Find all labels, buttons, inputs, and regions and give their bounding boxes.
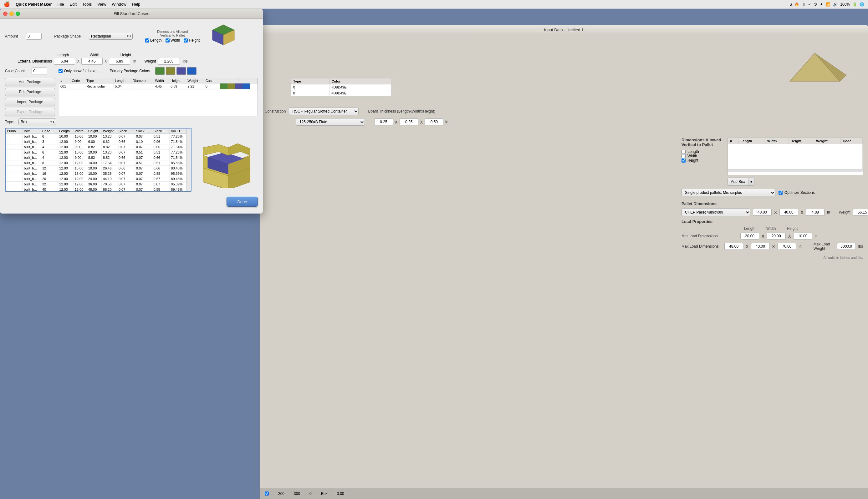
close-button[interactable]: [3, 12, 8, 16]
pallet-dims-row: CHEP Pallet 48inx40in X X in Weight lbs: [681, 208, 863, 216]
table-row[interactable]: built_b...1212.0016.0010.0026.460.660.07…: [5, 166, 187, 171]
length-check-label: Length: [688, 149, 699, 154]
length-dim-checkbox[interactable]: [145, 38, 149, 42]
minimize-button[interactable]: [9, 12, 14, 16]
pallet-width-input[interactable]: [780, 209, 798, 216]
ext-dims-label: External Dimensions: [5, 59, 52, 63]
bottom-col5: 0.00: [337, 491, 344, 496]
results-table-wrap: Prima... Box Case ... Length Width Heigh…: [5, 128, 191, 192]
weight-label: Weight: [144, 59, 156, 63]
pallet-select[interactable]: CHEP Pallet 48inx40in: [681, 208, 750, 216]
length-col-header: Length: [52, 53, 74, 57]
height-dim-checkbox[interactable]: [184, 38, 188, 42]
svg-marker-12: [203, 144, 228, 155]
bg-window-content: Type Color 0#D9D49E 0#D9D49E Constructio…: [260, 35, 868, 133]
table-row[interactable]: built_b...412.009.008.828.820.070.070.66…: [5, 144, 187, 150]
optimize-checkbox[interactable]: [778, 191, 783, 195]
traffic-lights: [3, 12, 20, 16]
min-height-input[interactable]: [793, 233, 812, 240]
table-row[interactable]: built_b...412.009.008.828.820.660.070.66…: [5, 155, 187, 160]
color-swatch-3[interactable]: [177, 67, 186, 75]
table-row[interactable]: built_b...3212.0012.0036.0070.560.070.07…: [5, 182, 187, 187]
max-height-input[interactable]: [777, 243, 796, 250]
table-row[interactable]: 001 Rectangular 5.04 4.45 6.89 2.21 0: [59, 84, 258, 89]
load-props-title: Load Properties: [681, 219, 863, 224]
apple-menu[interactable]: 🍎: [4, 1, 10, 7]
width-col-header: Width: [83, 53, 106, 57]
ext-height-input[interactable]: [109, 58, 130, 65]
menu-help[interactable]: Help: [132, 2, 141, 7]
only-full-boxes-checkbox[interactable]: [59, 69, 62, 73]
bottom-bar: 200 300 0 Box 0.00: [260, 488, 868, 499]
edit-package-button[interactable]: Edit Package: [5, 88, 55, 96]
height-checkbox[interactable]: [681, 159, 686, 162]
height-check-row: Height: [681, 158, 721, 162]
import-package-button[interactable]: Import Package: [5, 98, 55, 106]
ext-length-input[interactable]: [54, 58, 75, 65]
done-button-row: Done: [5, 197, 258, 209]
height-col-header: Height: [115, 53, 137, 57]
table-row[interactable]: built_b...812.0012.0010.0017.640.070.510…: [5, 160, 187, 166]
color-swatch-2[interactable]: [166, 67, 175, 75]
ext-width-input[interactable]: [81, 58, 103, 65]
results-scrollbar[interactable]: [187, 129, 191, 191]
max-width-input[interactable]: [751, 243, 770, 250]
results-table-scroll-area: Prima... Box Case ... Length Width Heigh…: [5, 129, 191, 191]
optimize-check-row: Optimize Sections: [778, 191, 815, 195]
type-selector-row: Type: Box Bag Tray ⬆⬇: [5, 119, 258, 125]
menu-tools[interactable]: Tools: [82, 2, 92, 7]
scrollbar[interactable]: [728, 169, 863, 172]
weight-input[interactable]: [158, 58, 180, 65]
pallet-height-input[interactable]: [806, 209, 824, 216]
table-row[interactable]: built_b...312.009.006.006.620.660.100.96…: [5, 139, 187, 144]
flute-select[interactable]: 125-250#B Flute: [296, 118, 365, 126]
min-length-input[interactable]: [740, 233, 759, 240]
table-row[interactable]: built_b...2012.0012.0024.0044.100.070.07…: [5, 177, 187, 182]
table-row[interactable]: built_b...610.0010.0010.0013.230.070.070…: [5, 134, 187, 139]
menu-file[interactable]: File: [58, 2, 64, 7]
thickness-l-input[interactable]: [374, 119, 393, 125]
dims-allowed-panel: Dimensions AllowedVertical to Pallet Len…: [681, 137, 721, 186]
pallet-dims-title: Pallet Dimensions: [681, 202, 863, 206]
menu-window[interactable]: Window: [112, 2, 126, 7]
footer-note: All units in inches and lbs.: [681, 256, 863, 259]
pallet-weight-input[interactable]: [853, 209, 868, 216]
type-select[interactable]: Box Bag Tray: [19, 119, 56, 125]
table-row[interactable]: built_b...612.0010.0010.0013.230.070.510…: [5, 150, 187, 155]
menu-view[interactable]: View: [97, 2, 106, 7]
table-row[interactable]: built_b...4012.0012.0048.0088.200.070.07…: [5, 187, 187, 191]
thickness-h-input[interactable]: [425, 119, 443, 125]
add-package-button[interactable]: Add Package: [5, 78, 55, 86]
export-package-button[interactable]: Export Package: [5, 108, 55, 116]
box-illustration: [195, 128, 258, 191]
min-width-input[interactable]: [767, 233, 786, 240]
done-button[interactable]: Done: [227, 197, 258, 207]
table-row[interactable]: built_b...1612.0018.0010.0035.280.070.07…: [5, 171, 187, 177]
max-weight-input[interactable]: [837, 243, 856, 250]
menubar: 🍎 Quick Pallet Maker File Edit Tools Vie…: [0, 0, 868, 9]
max-load-row: Max Load Dimensions X X in Max Load Weig…: [681, 242, 863, 251]
type-select-wrapper: Box Bag Tray ⬆⬇: [19, 119, 56, 125]
product-type-select[interactable]: Single product pallets. Mix surplus: [681, 189, 775, 196]
fill-standard-cases-window: Fill Standard Cases Amount Package Shape…: [0, 9, 263, 214]
length-checkbox[interactable]: [681, 150, 686, 154]
thickness-w-input[interactable]: [400, 119, 418, 125]
thickness-unit: in: [445, 120, 448, 124]
width-dim-checkbox[interactable]: [166, 38, 170, 42]
ext-dims-row: External Dimensions X X in Weight lbs: [5, 58, 258, 65]
bottom-checkbox[interactable]: [265, 491, 269, 496]
case-count-input[interactable]: [32, 68, 47, 74]
width-checkbox[interactable]: [681, 154, 686, 158]
max-length-input[interactable]: [724, 243, 743, 250]
min-load-row: Min Load Dimensions X X in: [681, 233, 863, 240]
color-swatch-1[interactable]: [155, 67, 165, 75]
case-count-label: Case Count: [5, 69, 25, 73]
color-swatch-4[interactable]: [187, 67, 197, 75]
amount-input[interactable]: [26, 33, 41, 40]
menu-edit[interactable]: Edit: [70, 2, 77, 7]
zoom-button[interactable]: [16, 12, 20, 16]
construction-select[interactable]: RSC - Regular Slotted Container: [289, 108, 359, 115]
package-shape-select[interactable]: Rectangular Cylindrical Irregular: [89, 33, 133, 40]
add-box-button[interactable]: Add Box ▼: [727, 178, 754, 186]
pallet-length-input[interactable]: [753, 209, 772, 216]
